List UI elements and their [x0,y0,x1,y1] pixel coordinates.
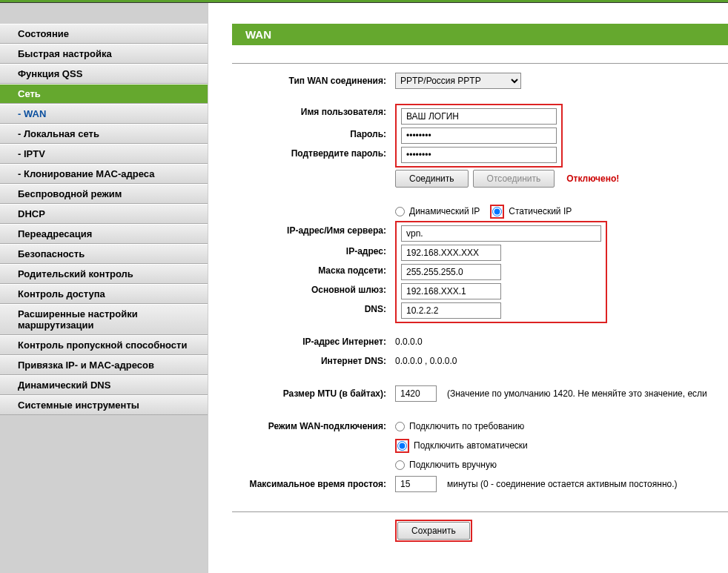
main-panel: WAN Тип WAN соединения: PPTP/Россия PPTP… [208,3,728,573]
sidebar-item-16[interactable]: Привязка IP- и MAC-адресов [0,355,208,375]
connect-button[interactable]: Соединить [395,170,469,188]
sidebar-item-15[interactable]: Контроль пропускной способности [0,335,208,355]
label-username: Имя пользователя: [232,104,395,117]
connection-status: Отключено! [566,173,619,184]
sidebar-item-4[interactable]: - WAN [0,104,208,124]
username-input[interactable] [401,108,557,125]
sidebar: СостояниеБыстрая настройкаФункция QSSСет… [0,3,208,573]
label-conn-type: Тип WAN соединения: [232,76,395,86]
wan-conn-type-select[interactable]: PPTP/Россия PPTP [395,73,521,89]
connect-on-demand-radio[interactable] [395,422,405,431]
connect-auto-radio[interactable] [397,441,407,451]
static-ip-radio-highlight [490,205,504,219]
sidebar-item-11[interactable]: Безопасность [0,244,208,264]
label-server: IP-адрес/Имя сервера: [232,221,395,236]
label-static-ip: Статический IP [509,206,572,216]
server-input[interactable] [401,225,601,242]
divider [232,511,728,512]
label-dns: DNS: [232,304,395,314]
sidebar-item-1[interactable]: Быстрая настройка [0,44,208,64]
label-idle: Максимальное время простоя: [232,479,395,489]
label-dynamic-ip: Динамический IP [409,206,480,216]
label-connect-manual: Подключить вручную [409,460,497,470]
sidebar-item-12[interactable]: Родительский контроль [0,264,208,284]
sidebar-item-8[interactable]: Беспроводной режим [0,184,208,204]
label-internet-dns: Интернет DNS: [232,356,395,366]
sidebar-item-6[interactable]: - IPTV [0,144,208,164]
sidebar-item-7[interactable]: - Клонирование MAC-адреса [0,164,208,184]
connect-auto-radio-highlight [395,439,409,453]
label-connect-auto: Подключить автоматически [414,440,528,451]
internet-dns-value: 0.0.0.0 , 0.0.0.0 [395,356,457,366]
sidebar-item-14[interactable]: Расширенные настройки маршрутизации [0,304,208,335]
sidebar-item-13[interactable]: Контроль доступа [0,284,208,304]
connect-manual-radio[interactable] [395,460,405,470]
disconnect-button[interactable]: Отсоединить [473,170,555,188]
save-button[interactable]: Сохранить [397,522,470,540]
label-wan-mode: Режим WAN-подключения: [232,421,395,431]
mtu-hint: (Значение по умолчанию 1420. Не меняйте … [447,388,707,399]
sidebar-item-17[interactable]: Динамический DNS [0,375,208,395]
static-ip-radio[interactable] [492,207,502,216]
label-ip: IP-адрес: [232,246,395,256]
idle-hint: минуты (0 - соединение остается активным… [447,479,678,489]
sidebar-item-0[interactable]: Состояние [0,24,208,44]
idle-time-input[interactable] [395,476,437,492]
page-title: WAN [232,24,728,45]
sidebar-item-5[interactable]: - Локальная сеть [0,124,208,144]
sidebar-item-2[interactable]: Функция QSS [0,64,208,84]
sidebar-item-10[interactable]: Переадресация [0,224,208,244]
label-password: Пароль: [232,129,395,139]
sidebar-item-18[interactable]: Системные инструменты [0,395,208,415]
label-mask: Маска подсети: [232,265,395,276]
divider [232,63,728,64]
mtu-input[interactable] [395,385,437,402]
sidebar-item-9[interactable]: DHCP [0,204,208,224]
label-confirm-password: Подтвердите пароль: [232,148,395,159]
save-button-highlight: Сохранить [395,520,472,542]
sidebar-item-3[interactable]: Сеть [0,84,208,104]
label-connect-on-demand: Подключить по требованию [409,421,524,431]
internet-ip-value: 0.0.0.0 [395,337,423,347]
label-mtu: Размер MTU (в байтах): [232,388,395,399]
label-gateway: Основной шлюз: [232,285,395,295]
label-internet-ip: IP-адрес Интернет: [232,337,395,347]
dynamic-ip-radio[interactable] [395,207,405,216]
